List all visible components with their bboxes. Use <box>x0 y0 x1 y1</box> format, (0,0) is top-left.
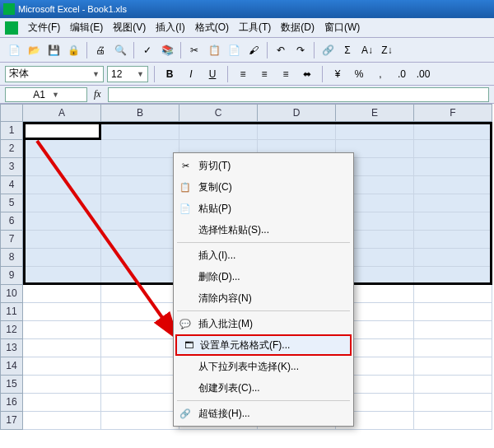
cell[interactable] <box>23 176 101 194</box>
row-header[interactable]: 9 <box>0 267 23 285</box>
menu-view[interactable]: 视图(V) <box>108 19 151 36</box>
cell[interactable] <box>414 394 492 412</box>
underline-icon[interactable]: U <box>203 65 221 83</box>
formula-input[interactable] <box>108 87 489 102</box>
menu-insert[interactable]: 插入(I) <box>151 19 189 36</box>
cell[interactable] <box>23 231 101 249</box>
row-header[interactable]: 11 <box>0 303 23 321</box>
cell[interactable] <box>101 176 179 194</box>
cell[interactable] <box>101 303 179 321</box>
row-header[interactable]: 5 <box>0 194 23 212</box>
row-header[interactable]: 17 <box>0 412 23 430</box>
cell[interactable] <box>101 140 179 158</box>
cell[interactable] <box>414 158 492 176</box>
cell[interactable] <box>101 394 179 412</box>
cell[interactable] <box>101 412 179 430</box>
cm-delete[interactable]: 删除(D)... <box>174 266 353 287</box>
font-select[interactable]: 宋体 ▼ <box>5 66 104 82</box>
cell[interactable] <box>258 122 336 140</box>
cell[interactable] <box>23 158 101 176</box>
cm-insert[interactable]: 插入(I)... <box>174 245 353 266</box>
cell[interactable] <box>414 321 492 339</box>
undo-icon[interactable]: ↶ <box>272 41 290 59</box>
paste-icon[interactable]: 📄 <box>225 41 243 59</box>
row-header[interactable]: 4 <box>0 176 23 194</box>
name-box[interactable]: A1 ▼ <box>5 87 87 102</box>
preview-icon[interactable]: 🔍 <box>111 41 129 59</box>
cell[interactable] <box>101 267 179 285</box>
bold-icon[interactable]: B <box>161 65 179 83</box>
row-header[interactable]: 1 <box>0 122 23 140</box>
save-icon[interactable]: 💾 <box>44 41 63 59</box>
cell[interactable] <box>414 176 492 194</box>
col-header[interactable]: E <box>336 104 414 122</box>
cell[interactable] <box>23 140 101 158</box>
cell[interactable] <box>101 231 179 249</box>
redo-icon[interactable]: ↷ <box>291 41 310 59</box>
cell[interactable] <box>23 339 101 357</box>
comma-icon[interactable]: , <box>371 65 389 83</box>
menu-edit[interactable]: 编辑(E) <box>65 19 108 36</box>
row-header[interactable]: 10 <box>0 285 23 303</box>
research-icon[interactable]: 📚 <box>158 41 176 59</box>
cell[interactable] <box>414 212 492 231</box>
align-right-icon[interactable]: ≡ <box>277 65 295 83</box>
col-header[interactable]: B <box>101 104 179 122</box>
align-center-icon[interactable]: ≡ <box>255 65 273 83</box>
cell[interactable] <box>414 122 492 140</box>
cell[interactable] <box>23 321 101 339</box>
cell[interactable] <box>23 122 101 140</box>
italic-icon[interactable]: I <box>182 65 200 83</box>
cm-hyperlink[interactable]: 🔗超链接(H)... <box>174 403 353 424</box>
new-icon[interactable]: 📄 <box>5 41 23 59</box>
menu-data[interactable]: 数据(D) <box>276 19 319 36</box>
cell[interactable] <box>101 212 179 231</box>
percent-icon[interactable]: % <box>350 65 368 83</box>
spell-icon[interactable]: ✓ <box>138 41 156 59</box>
cell[interactable] <box>101 376 179 394</box>
row-header[interactable]: 8 <box>0 249 23 267</box>
print-icon[interactable]: 🖨 <box>91 41 110 59</box>
cell[interactable] <box>179 122 258 140</box>
format-painter-icon[interactable]: 🖌 <box>245 41 263 59</box>
cell[interactable] <box>414 267 492 285</box>
row-header[interactable]: 14 <box>0 357 23 376</box>
cell[interactable] <box>414 249 492 267</box>
cell[interactable] <box>23 303 101 321</box>
col-header[interactable]: A <box>23 104 101 122</box>
cell[interactable] <box>414 412 492 430</box>
dec-inc-icon[interactable]: .0 <box>393 65 411 83</box>
cm-pick-list[interactable]: 从下拉列表中选择(K)... <box>174 356 353 377</box>
menu-window[interactable]: 窗口(W) <box>319 19 365 36</box>
cell[interactable] <box>101 158 179 176</box>
cm-insert-comment[interactable]: 💬插入批注(M) <box>174 313 353 334</box>
cell[interactable] <box>101 357 179 376</box>
menu-file[interactable]: 文件(F) <box>23 19 65 36</box>
sort-asc-icon[interactable]: A↓ <box>358 41 376 59</box>
cell[interactable] <box>101 339 179 357</box>
copy-icon[interactable]: 📋 <box>205 41 223 59</box>
cell[interactable] <box>23 412 101 430</box>
cm-clear[interactable]: 清除内容(N) <box>174 287 353 309</box>
cell[interactable] <box>101 194 179 212</box>
cell[interactable] <box>23 194 101 212</box>
select-all-corner[interactable] <box>0 104 23 122</box>
size-select[interactable]: 12 ▼ <box>107 66 148 82</box>
row-header[interactable]: 13 <box>0 339 23 357</box>
cell[interactable] <box>414 303 492 321</box>
sort-desc-icon[interactable]: Z↓ <box>378 41 396 59</box>
merge-icon[interactable]: ⬌ <box>298 65 316 83</box>
cell[interactable] <box>23 212 101 231</box>
row-header[interactable]: 16 <box>0 394 23 412</box>
excel-icon[interactable] <box>5 21 18 35</box>
cell[interactable] <box>414 357 492 376</box>
align-left-icon[interactable]: ≡ <box>234 65 252 83</box>
cell[interactable] <box>101 249 179 267</box>
sum-icon[interactable]: Σ <box>338 41 357 59</box>
cell[interactable] <box>101 285 179 303</box>
cell[interactable] <box>414 194 492 212</box>
col-header[interactable]: F <box>414 104 492 122</box>
cell[interactable] <box>23 357 101 376</box>
cm-cut[interactable]: ✂剪切(T) <box>174 155 353 176</box>
row-header[interactable]: 7 <box>0 231 23 249</box>
